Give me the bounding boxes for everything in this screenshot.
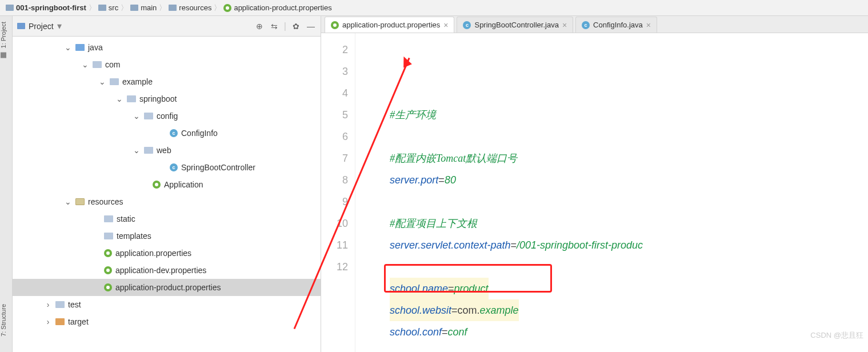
tab-label: application-product.properties [342, 21, 440, 29]
editor-tab[interactable]: application-product.properties× [325, 17, 454, 33]
project-tab-icon [1, 53, 6, 58]
tree-node[interactable]: ConfigInfo [13, 125, 321, 142]
chevron-icon[interactable] [44, 300, 52, 309]
code-line[interactable]: school.websit=com.example [390, 299, 868, 321]
chevron-icon[interactable] [133, 111, 141, 121]
code-line[interactable]: server.port=80 [390, 169, 868, 191]
chevron-icon[interactable] [64, 43, 72, 52]
chevron-icon[interactable] [81, 60, 89, 69]
folder-icon [104, 215, 113, 222]
line-number: 6 [321, 126, 348, 147]
folder-icon [127, 95, 136, 102]
spring-icon [331, 21, 339, 29]
chevron-icon[interactable] [133, 146, 141, 155]
code[interactable]: #生产环境 #配置内嵌Tomcat默认端口号server.port=80 #配置… [355, 33, 868, 352]
breadcrumb-item[interactable]: src [97, 3, 119, 12]
tree-node[interactable]: springboot [13, 90, 321, 107]
breadcrumb-label: src [109, 3, 118, 12]
chevron-icon[interactable] [98, 77, 106, 86]
chevron-icon[interactable] [44, 317, 52, 326]
resources-folder-icon [75, 198, 85, 205]
tree-node[interactable]: com [13, 56, 321, 73]
tree-node-label: ConfigInfo [181, 129, 218, 138]
breadcrumb-item[interactable]: resources [167, 3, 213, 12]
project-tab-label: 1: Project [0, 22, 7, 48]
breadcrumb[interactable]: 001-springboot-first〉src〉main〉resources〉… [0, 0, 868, 16]
tree-node[interactable]: Application [13, 176, 321, 193]
tree-node-label: application-dev.properties [115, 266, 206, 275]
tree-node[interactable]: application-product.properties [13, 279, 321, 296]
comment: #配置项目上下文根 [390, 218, 477, 229]
tree-node-label: static [117, 214, 135, 223]
code-line[interactable]: #生产环境 [390, 104, 868, 126]
tree-node[interactable]: templates [13, 227, 321, 245]
project-header-icon [17, 23, 25, 29]
property-value: example [480, 305, 519, 316]
project-tree[interactable]: javacomexamplespringbootconfigConfigInfo… [13, 37, 321, 352]
line-number: 4 [321, 82, 348, 104]
tree-node[interactable]: SpringBootController [13, 159, 321, 176]
chevron-icon[interactable] [64, 197, 72, 206]
editor-tab[interactable]: ConfigInfo.java× [575, 17, 657, 33]
code-line[interactable]: #配置内嵌Tomcat默认端口号 [390, 147, 868, 169]
code-line[interactable] [390, 191, 868, 213]
property-value: 80 [445, 174, 456, 186]
code-line[interactable] [390, 126, 868, 147]
tree-node-label: web [157, 146, 171, 155]
code-line[interactable]: #配置项目上下文根 [390, 213, 868, 234]
gear-icon[interactable]: ✿ [291, 21, 301, 31]
chevron-icon[interactable] [115, 94, 123, 103]
close-icon[interactable]: × [443, 21, 448, 30]
java-class-icon [582, 21, 590, 29]
line-number: 2 [321, 39, 348, 61]
folder-icon [6, 5, 14, 11]
editor-body[interactable]: 23456789101112 #生产环境 #配置内嵌Tomcat默认端口号ser… [321, 33, 868, 352]
tree-node-label: Application [164, 180, 203, 189]
tree-node[interactable]: example [13, 73, 321, 90]
property-value: /001-springboot-first-produc [517, 239, 643, 251]
breadcrumb-item[interactable]: application-product.properties [222, 3, 333, 12]
hide-icon[interactable]: — [306, 21, 316, 31]
breadcrumb-item[interactable]: 001-springboot-first [5, 3, 87, 12]
structure-tab-icon [1, 341, 6, 346]
folder-icon [93, 61, 102, 68]
close-icon[interactable]: × [646, 21, 651, 30]
folder-icon [75, 44, 85, 51]
gutter: 23456789101112 [321, 33, 355, 352]
folder-icon [144, 147, 153, 154]
editor-tab[interactable]: SpringBootController.java× [457, 17, 573, 33]
code-line[interactable]: school.conf=conf [390, 321, 868, 343]
project-tool-tab[interactable]: 1: Project [0, 18, 12, 62]
folder-icon [110, 78, 119, 85]
folder-icon [55, 318, 65, 325]
project-panel: Project ▾ ⊕ ⇆ | ✿ — javacomexamplespring… [13, 16, 321, 352]
tree-node-label: test [68, 300, 81, 309]
breadcrumb-item[interactable]: main [129, 3, 158, 12]
tree-node[interactable]: test [13, 296, 321, 313]
close-icon[interactable]: × [562, 21, 567, 30]
tree-node[interactable]: resources [13, 193, 321, 210]
line-number: 3 [321, 61, 348, 82]
tree-node[interactable]: static [13, 210, 321, 227]
breadcrumb-label: resources [179, 3, 211, 12]
tree-node[interactable]: application.properties [13, 245, 321, 262]
tree-node[interactable]: target [13, 313, 321, 330]
main-content: 1: Project 7: Structure Project ▾ ⊕ ⇆ | … [0, 16, 868, 352]
folder-icon [104, 233, 113, 239]
project-header-title: Project [29, 22, 54, 31]
breadcrumb-separator-icon: 〉 [89, 3, 96, 13]
tree-node-label: target [68, 317, 89, 326]
dropdown-icon[interactable]: ▾ [57, 21, 62, 31]
tree-node[interactable]: web [13, 142, 321, 159]
java-class-icon [170, 163, 178, 171]
breadcrumb-label: 001-springboot-first [16, 3, 86, 12]
breadcrumb-separator-icon: 〉 [214, 3, 221, 13]
tree-node[interactable]: application-dev.properties [13, 262, 321, 279]
locate-icon[interactable]: ⊕ [254, 21, 265, 31]
tree-node[interactable]: java [13, 39, 321, 56]
tree-node[interactable]: config [13, 107, 321, 125]
structure-tool-tab[interactable]: 7: Structure [0, 301, 12, 350]
line-number: 8 [321, 169, 348, 191]
code-line[interactable]: server.servlet.context-path=/001-springb… [390, 234, 868, 256]
collapse-icon[interactable]: ⇆ [269, 21, 279, 31]
